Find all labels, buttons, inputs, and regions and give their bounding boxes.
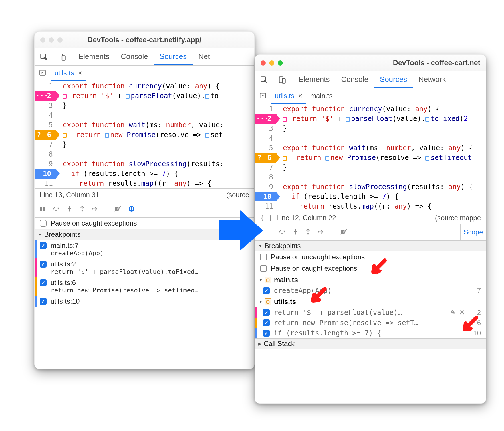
navigator-toggle-icon[interactable]: [39, 69, 46, 78]
code-line[interactable]: 5export function wait(ms: number, value:…: [255, 143, 486, 153]
line-number-gutter[interactable]: 2: [35, 91, 56, 101]
code-line[interactable]: 5export function wait(ms: number, value:: [35, 120, 254, 130]
breakpoint-checkbox[interactable]: [263, 309, 270, 316]
code-line[interactable]: 11 return results.map((r: any) => {: [35, 179, 254, 188]
breakpoint-file-group[interactable]: ▼▢utils.ts: [255, 296, 486, 307]
tab-console[interactable]: Console: [115, 48, 154, 65]
traffic-lights[interactable]: [261, 60, 283, 66]
tab-elements[interactable]: Elements: [73, 48, 115, 65]
line-number-gutter[interactable]: 5: [255, 143, 276, 153]
deactivate-bp-icon[interactable]: [340, 229, 347, 236]
minimize-dot[interactable]: [49, 37, 54, 43]
line-number-gutter[interactable]: 9: [35, 159, 56, 169]
breakpoint-checkbox[interactable]: [40, 261, 47, 268]
close-tab-icon[interactable]: ×: [298, 92, 302, 100]
breakpoint-checkbox[interactable]: [263, 319, 270, 326]
close-dot[interactable]: [40, 37, 45, 43]
file-tab-utils[interactable]: utils.ts ×: [51, 66, 86, 81]
line-number-gutter[interactable]: 11: [35, 179, 56, 188]
code-editor-left[interactable]: 1export function currency(value: any) {2…: [35, 81, 254, 188]
scope-tab[interactable]: Scope: [460, 224, 486, 240]
zoom-dot[interactable]: [278, 60, 283, 66]
breakpoint-checkbox[interactable]: [40, 298, 47, 305]
line-number-gutter[interactable]: 3: [35, 101, 56, 110]
line-number-gutter[interactable]: 6: [35, 130, 56, 140]
step-over-icon[interactable]: [278, 229, 286, 236]
line-number-gutter[interactable]: 4: [255, 133, 276, 143]
code-line[interactable]: 9export function slowProcessing(results:…: [255, 182, 486, 192]
code-line[interactable]: 4: [255, 133, 486, 143]
zoom-dot[interactable]: [57, 37, 63, 43]
minimize-dot[interactable]: [269, 60, 274, 66]
line-number-gutter[interactable]: 2: [255, 114, 276, 124]
line-number-gutter[interactable]: 7: [35, 140, 56, 149]
close-dot[interactable]: [261, 60, 266, 66]
line-number-gutter[interactable]: 10: [255, 192, 276, 201]
titlebar-left[interactable]: DevTools - coffee-cart.netlify.app/: [35, 32, 254, 48]
code-line[interactable]: 8: [35, 149, 254, 159]
code-line[interactable]: 4: [35, 110, 254, 120]
code-line[interactable]: 11 return results.map((r: any) => {: [255, 201, 486, 211]
code-editor-right[interactable]: 1export function currency(value: any) {2…: [255, 104, 486, 211]
tab-sources[interactable]: Sources: [374, 71, 413, 88]
tab-elements[interactable]: Elements: [293, 71, 335, 88]
code-line[interactable]: 2 return '$' + parseFloat(value).to: [35, 91, 254, 101]
tab-console[interactable]: Console: [335, 71, 374, 88]
step-into-icon[interactable]: [293, 229, 298, 236]
close-tab-icon[interactable]: ×: [78, 69, 82, 77]
line-number-gutter[interactable]: 1: [255, 104, 276, 114]
code-line[interactable]: 1export function currency(value: any) {: [255, 104, 486, 114]
code-line[interactable]: 9export function slowProcessing(results:: [35, 159, 254, 169]
navigator-toggle-icon[interactable]: [259, 92, 267, 100]
tab-network[interactable]: Net: [193, 48, 215, 65]
breakpoint-line[interactable]: return '$' + parseFloat(value)…✎✕2: [255, 307, 486, 318]
step-out-icon[interactable]: [305, 229, 311, 236]
breakpoint-item[interactable]: utils.ts:10: [35, 296, 254, 307]
file-tab-main[interactable]: main.ts: [306, 88, 336, 104]
breakpoint-checkbox[interactable]: [263, 287, 270, 294]
code-line[interactable]: 6 return new Promise(resolve => set: [35, 130, 254, 140]
breakpoint-checkbox[interactable]: [263, 330, 270, 337]
line-number-gutter[interactable]: 3: [255, 124, 276, 133]
callstack-section-header[interactable]: ▶ Call Stack: [255, 338, 486, 349]
tab-network[interactable]: Network: [413, 71, 451, 88]
file-tab-utils[interactable]: utils.ts×: [271, 88, 306, 104]
breakpoint-checkbox[interactable]: [40, 279, 47, 286]
breakpoint-item[interactable]: utils.ts:6return new Promise(resolve => …: [35, 277, 254, 296]
breakpoint-line[interactable]: createApp(App)7: [255, 286, 486, 296]
pause-icon[interactable]: [40, 206, 45, 213]
code-line[interactable]: 3}: [35, 101, 254, 110]
code-line[interactable]: 10 if (results.length >= 7) {: [255, 192, 486, 201]
code-line[interactable]: 7}: [255, 163, 486, 172]
titlebar-right[interactable]: DevTools - coffee-cart.net: [255, 55, 486, 71]
line-number-gutter[interactable]: 5: [35, 120, 56, 130]
line-number-gutter[interactable]: 9: [255, 182, 276, 192]
line-number-gutter[interactable]: 8: [35, 149, 56, 159]
step-icon[interactable]: [92, 206, 99, 213]
breakpoint-checkbox[interactable]: [40, 242, 47, 249]
step-into-icon[interactable]: [67, 206, 72, 213]
device-toggle-icon[interactable]: [278, 76, 286, 84]
tab-sources[interactable]: Sources: [154, 48, 193, 65]
code-line[interactable]: 2 return '$' + parseFloat(value).toFixed…: [255, 114, 486, 124]
line-number-gutter[interactable]: 7: [255, 163, 276, 172]
pause-caught-checkbox[interactable]: [260, 265, 267, 272]
breakpoint-item[interactable]: utils.ts:2return '$' + parseFloat(value)…: [35, 258, 254, 277]
pause-caught-checkbox[interactable]: [40, 220, 47, 227]
traffic-lights[interactable]: [40, 37, 63, 43]
line-number-gutter[interactable]: 8: [255, 172, 276, 182]
line-number-gutter[interactable]: 6: [255, 153, 276, 163]
step-out-icon[interactable]: [79, 206, 85, 213]
code-line[interactable]: 7}: [35, 140, 254, 149]
breakpoint-line[interactable]: if (results.length >= 7) {10: [255, 328, 486, 338]
deactivate-bp-icon[interactable]: [114, 206, 121, 213]
line-number-gutter[interactable]: 10: [35, 169, 56, 179]
device-toggle-icon[interactable]: [58, 53, 66, 61]
code-line[interactable]: 3}: [255, 124, 486, 133]
edit-icon[interactable]: ✎: [450, 309, 456, 317]
code-line[interactable]: 8: [255, 172, 486, 182]
line-number-gutter[interactable]: 1: [35, 81, 56, 91]
line-number-gutter[interactable]: 4: [35, 110, 56, 120]
inspect-icon[interactable]: [260, 76, 268, 84]
breakpoint-line[interactable]: return new Promise(resolve => setT…6: [255, 318, 486, 328]
